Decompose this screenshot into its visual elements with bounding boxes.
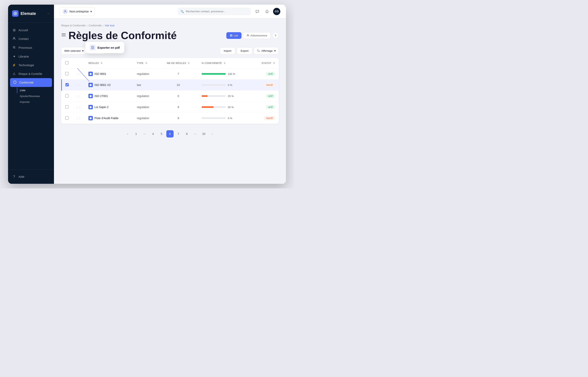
list-view-button[interactable]: List — [226, 32, 241, 39]
shield-icon — [88, 105, 93, 109]
sort-icon-type: ⇅ — [145, 62, 147, 65]
drag-handle-1[interactable]: ⋮⋮ — [72, 80, 85, 91]
tree-view-button[interactable]: Arborescence — [243, 32, 271, 39]
row-name-text: ISO 9001 V2 — [95, 83, 110, 87]
row-name-2[interactable]: ISO 27001 — [85, 91, 133, 102]
row-name-1[interactable]: ISO 9001 V2 — [85, 80, 133, 91]
sidebar-nav: ⊞ Accueil Contact Processus — [8, 23, 54, 169]
sidebar-item-accueil[interactable]: ⊞ Accueil — [8, 26, 54, 35]
search-input[interactable] — [178, 8, 251, 15]
breadcrumb-sep-1: › — [87, 24, 87, 27]
row-name-0[interactable]: ISO 9001 — [85, 69, 133, 80]
user-avatar[interactable]: CO — [273, 8, 280, 15]
row-statut-3: actif — [252, 102, 279, 113]
data-table-container: RÈGLES ⇅ TYPE ⇅ NB DE RÈGLES ⇅ — [61, 58, 279, 124]
row-nb-1: 24 — [159, 80, 198, 91]
tree-view-label: Arborescence — [251, 34, 267, 37]
page-button-20[interactable]: 20 — [200, 130, 207, 138]
row-checkbox-3[interactable] — [65, 105, 69, 108]
toolbar-row: Exporter en pdf With selected ▾ Show ▾ I… — [61, 47, 279, 54]
sidebar-item-ajouter[interactable]: Ajouter/Nouveau — [17, 93, 54, 99]
help-button[interactable]: ? — [272, 32, 279, 39]
shield-icon — [88, 94, 93, 98]
import-button[interactable]: Import — [220, 47, 235, 54]
breadcrumb-current[interactable]: Voir tout — [105, 24, 114, 27]
page-button-4[interactable]: 4 — [149, 130, 157, 138]
row-checkbox-cell — [62, 113, 72, 124]
drag-handle-4[interactable]: ⋮⋮ — [72, 113, 85, 124]
th-nb[interactable]: NB DE RÈGLES ⇅ — [159, 58, 198, 69]
svg-point-2 — [65, 10, 66, 11]
row-conformite-4: 0 % — [198, 113, 252, 124]
librairie-icon: ✦ — [12, 55, 16, 58]
sidebar-item-conformite[interactable]: Conformité — [10, 78, 52, 87]
page-dots-1: ··· — [141, 130, 148, 138]
table-row: ⋮⋮ Loi Sapin 2 regulation 9 — [62, 102, 279, 113]
sidebar-item-risque[interactable]: ⚠ Risque & Contrôle — [8, 70, 54, 78]
sidebar-item-importer[interactable]: Importer — [17, 99, 54, 105]
sidebar-subnav: Liste Ajouter/Nouveau Importer — [8, 87, 54, 105]
prev-page-button[interactable]: ‹ — [124, 130, 131, 138]
affichage-label: Affichage — [261, 49, 273, 52]
notification-button[interactable] — [264, 8, 271, 15]
row-checkbox-0[interactable] — [65, 72, 69, 75]
export-button[interactable]: Export — [237, 47, 252, 54]
pdf-icon — [90, 45, 96, 50]
select-all-checkbox[interactable] — [65, 61, 69, 64]
row-checkbox-4[interactable] — [65, 116, 69, 119]
row-name-4[interactable]: Piste d'Audit Fiable — [85, 113, 133, 124]
page-button-7[interactable]: 7 — [175, 130, 182, 138]
search-container: 🔍 — [178, 8, 251, 15]
collapse-button[interactable]: ← — [47, 12, 50, 15]
grid-icon: ⊞ — [12, 28, 16, 32]
row-checkbox-2[interactable] — [65, 94, 69, 97]
table-head: RÈGLES ⇅ TYPE ⇅ NB DE RÈGLES ⇅ — [62, 58, 279, 69]
company-button[interactable]: Nom.entreprise ▾ — [60, 7, 95, 16]
sidebar-item-technologie[interactable]: ⚡ Technologie — [8, 61, 54, 70]
th-type[interactable]: TYPE ⇅ — [133, 58, 159, 69]
th-regles[interactable]: RÈGLES ⇅ — [85, 58, 133, 69]
next-page-button[interactable]: › — [209, 130, 216, 138]
sidebar-item-processus[interactable]: Processus — [8, 43, 54, 52]
chat-button[interactable] — [254, 8, 261, 15]
th-statut[interactable]: STATUT ⇅ — [252, 58, 279, 69]
toolbar-right: Import Export Affichage ▾ — [220, 47, 279, 54]
row-checkbox-1[interactable] — [65, 83, 69, 86]
list-icon — [61, 32, 66, 38]
search-icon: 🔍 — [180, 10, 184, 13]
risque-icon: ⚠ — [12, 72, 16, 76]
page-button-1[interactable]: 1 — [132, 130, 140, 138]
breadcrumb-part-2: Conformité — [89, 24, 101, 27]
page-button-8[interactable]: 8 — [183, 130, 191, 138]
th-conformite[interactable]: % CONFORMITÉ ⇅ — [198, 58, 252, 69]
page-button-6[interactable]: 6 — [166, 130, 174, 138]
logo-icon — [12, 10, 19, 17]
shield-icon — [88, 83, 93, 87]
topbar: Nom.entreprise ▾ 🔍 — [54, 5, 286, 18]
row-type-3: regulation — [133, 102, 159, 113]
drag-handle-3[interactable]: ⋮⋮ — [72, 102, 85, 113]
row-nb-3: 9 — [159, 102, 198, 113]
sidebar-item-librairie[interactable]: ✦ Librairie — [8, 52, 54, 61]
drag-handle-2[interactable]: ⋮⋮ — [72, 91, 85, 102]
user-icon — [12, 37, 16, 41]
row-conformite-1: 0 % — [198, 80, 252, 91]
with-selected-dropdown[interactable]: With selected ▾ — [61, 47, 87, 54]
sidebar-label-processus: Processus — [19, 46, 32, 49]
svg-point-1 — [13, 37, 15, 38]
affichage-button[interactable]: Affichage ▾ — [254, 47, 279, 54]
affichage-chevron-icon: ▾ — [274, 49, 276, 52]
row-name-text: Loi Sapin 2 — [95, 106, 108, 109]
sidebar-item-aide[interactable]: ? Aide — [12, 173, 50, 181]
row-name-3[interactable]: Loi Sapin 2 — [85, 102, 133, 113]
row-type-1: law — [133, 80, 159, 91]
page-button-5[interactable]: 5 — [158, 130, 165, 138]
sidebar-item-liste[interactable]: Liste — [17, 87, 54, 93]
svg-rect-8 — [230, 36, 232, 36]
sidebar-item-contact[interactable]: Contact — [8, 35, 54, 43]
technologie-icon: ⚡ — [12, 63, 16, 67]
row-statut-4: inactif — [252, 113, 279, 124]
row-statut-2: actif — [252, 91, 279, 102]
status-badge: actif — [266, 105, 275, 109]
sidebar: Elemate ← ⊞ Accueil Contact — [8, 5, 54, 184]
